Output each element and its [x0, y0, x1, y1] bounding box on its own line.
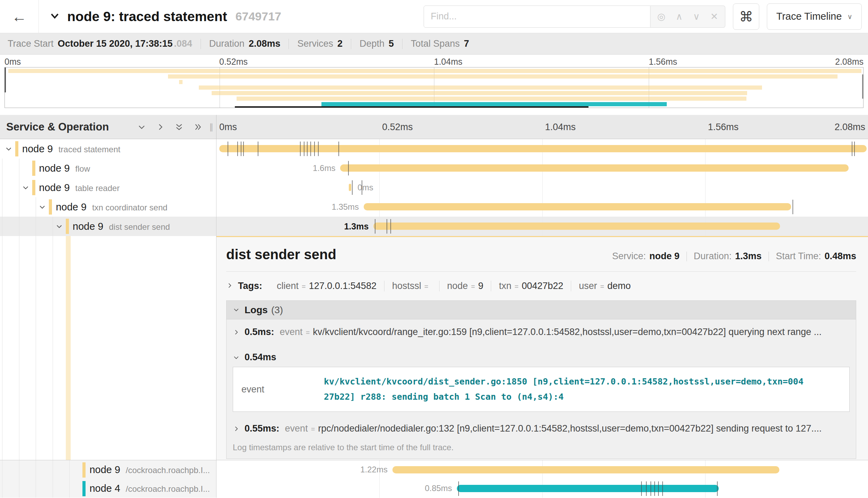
log-entry-2-header[interactable]: 0.54ms: [227, 345, 856, 366]
indent-guide: [2, 197, 2, 217]
find-match-icon[interactable]: ◎: [657, 11, 666, 22]
span-bar-cell[interactable]: [216, 139, 868, 159]
operation-name: flow: [75, 164, 90, 174]
span-duration-bar[interactable]: [219, 145, 867, 152]
divider: [289, 39, 289, 49]
service-color-chip: [32, 161, 35, 176]
minimap-canvas[interactable]: [5, 67, 863, 108]
log-marker: [792, 200, 793, 214]
chevron-down-icon[interactable]: [55, 223, 64, 230]
span-row[interactable]: node 4/cockroach.roachpb.I...0.85ms: [0, 479, 868, 498]
span-row[interactable]: node 9table reader0ms: [0, 178, 868, 197]
span-bar-cell[interactable]: 0ms: [216, 178, 868, 197]
log-marker: [228, 142, 228, 156]
service-name: node 9: [89, 464, 120, 476]
span-bar-cell[interactable]: 0.85ms: [216, 479, 868, 498]
span-name-cell[interactable]: node 4/cockroach.roachpb.I...: [0, 479, 216, 498]
span-name-cell[interactable]: node 9traced statement: [0, 139, 216, 159]
column-title: Service & Operation: [6, 121, 109, 133]
span-duration-bar[interactable]: [373, 223, 780, 230]
find-prev-icon[interactable]: ∧: [676, 11, 683, 22]
operation-name: dist sender send: [109, 222, 170, 232]
log-marker: [650, 481, 651, 496]
span-name-cell[interactable]: node 9/cockroach.roachpb.I...: [0, 460, 216, 479]
log-entry-3[interactable]: 0.55ms: event = rpc/nodedialer/nodediale…: [227, 416, 856, 441]
service-color-chip: [49, 199, 52, 215]
divider: [351, 39, 351, 49]
span-name: node 4/cockroach.roachpb.I...: [89, 483, 210, 494]
indent-guide: [36, 236, 36, 460]
back-button[interactable]: ←: [0, 0, 39, 33]
log-marker: [458, 481, 459, 496]
collapse-trace-chevron-icon[interactable]: [49, 10, 60, 23]
minimap-left-drag-handle[interactable]: [5, 67, 6, 92]
keyboard-shortcuts-button[interactable]: ⌘: [733, 3, 759, 30]
minimap-viewport-indicator[interactable]: [235, 106, 588, 108]
minimap-tick-labels: 0ms0.52ms1.04ms1.56ms2.08ms: [0, 57, 868, 66]
span-bar-cell[interactable]: 1.35ms: [216, 197, 868, 217]
span-name-cell[interactable]: node 9txn coordinator send: [0, 197, 216, 217]
log-marker: [387, 219, 387, 234]
trace-minimap: 0ms0.52ms1.04ms1.56ms2.08ms: [0, 55, 868, 108]
span-row[interactable]: node 9traced statement: [0, 139, 868, 159]
span-row[interactable]: node 9dist sender send1.3ms: [0, 217, 868, 236]
span-duration-bar[interactable]: [392, 466, 779, 473]
span-name: node 9/cockroach.roachpb.I...: [89, 464, 210, 476]
view-selector-button[interactable]: Trace Timeline ∨: [767, 3, 862, 30]
log-marker: [314, 142, 315, 156]
span-name-cell[interactable]: node 9dist sender send: [0, 217, 216, 236]
find-next-icon[interactable]: ∨: [693, 11, 700, 22]
span-bar-cell[interactable]: 1.3ms: [216, 217, 868, 236]
chevron-down-icon[interactable]: [4, 145, 13, 153]
tag-user: user=demo: [571, 281, 638, 291]
span-row[interactable]: node 9txn coordinator send1.35ms: [0, 197, 868, 217]
collapse-all-icon[interactable]: [175, 123, 184, 132]
find-input[interactable]: [424, 6, 650, 28]
logs-accordion-header[interactable]: Logs (3): [227, 301, 856, 319]
span-duration-bar[interactable]: [457, 485, 719, 492]
span-row[interactable]: node 9flow1.6ms: [0, 159, 868, 178]
expand-all-icon[interactable]: [193, 123, 202, 132]
indent-guide: [2, 159, 2, 178]
column-resizer-grip[interactable]: ∥: [209, 122, 213, 132]
minimap-span-bar: [168, 74, 838, 79]
indent-guide: [53, 460, 53, 479]
timeline-tick-label: 2.08ms: [834, 121, 865, 132]
indent-guide: [19, 178, 19, 197]
operation-name: /cockroach.roachpb.I...: [126, 465, 210, 475]
indent-guide: [2, 236, 2, 460]
log-time: 0.5ms:: [245, 327, 274, 337]
span-row[interactable]: node 9/cockroach.roachpb.I...1.22ms: [0, 460, 868, 479]
tags-label: Tags:: [238, 281, 262, 291]
span-duration-bar[interactable]: [340, 164, 848, 172]
span-name-cell[interactable]: node 9table reader: [0, 178, 216, 197]
minimap-right-drag-handle[interactable]: [862, 74, 863, 99]
collapse-one-icon[interactable]: [137, 123, 146, 132]
span-duration-bar[interactable]: [349, 184, 352, 191]
top-bar: ← node 9: traced statement 6749717 ◎ ∧ ∨…: [0, 0, 868, 33]
span-duration-label: 1.6ms: [313, 163, 335, 173]
chevron-down-icon[interactable]: [38, 203, 47, 211]
timeline-header: Service & Operation ∥ 0ms0.52ms1.04ms1.5…: [0, 115, 868, 139]
chevron-down-icon[interactable]: [21, 184, 30, 191]
indent-guide: [53, 479, 53, 498]
log-key: event: [285, 423, 308, 434]
span-duration-bar[interactable]: [364, 203, 791, 210]
log-entry-1[interactable]: 0.5ms: event = kv/kvclient/kvcoord/range…: [227, 319, 856, 345]
indent-guide: [2, 479, 2, 498]
top-controls: ◎ ∧ ∨ ✕ ⌘ Trace Timeline ∨: [424, 3, 862, 30]
back-arrow-icon: ←: [12, 8, 27, 25]
span-name-cell[interactable]: node 9flow: [0, 159, 216, 178]
indent-guide: [19, 159, 19, 178]
indent-guide: [2, 178, 2, 197]
tags-accordion[interactable]: Tags: client=127.0.0.1:54582 hostssl= no…: [226, 281, 856, 291]
find-clear-icon[interactable]: ✕: [710, 11, 718, 22]
expand-one-icon[interactable]: [156, 123, 165, 132]
span-bar-cell[interactable]: 1.22ms: [216, 460, 868, 479]
operation-name: txn coordinator send: [92, 203, 167, 212]
indent-guide: [19, 479, 19, 498]
trace-start: Trace Start October 15 2020, 17:38:15.08…: [8, 38, 192, 49]
span-bar-cell[interactable]: 1.6ms: [216, 159, 868, 178]
chevron-right-icon: [233, 423, 245, 434]
indent-guide: [69, 479, 70, 498]
